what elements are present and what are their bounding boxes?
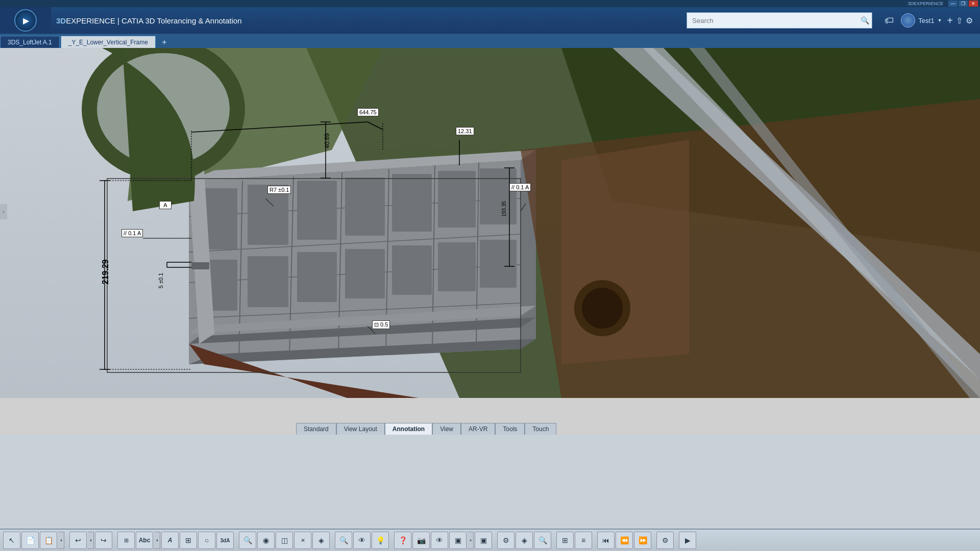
grid-button[interactable]: ⊞	[180, 532, 197, 549]
annotation-a: A	[159, 201, 172, 209]
svg-rect-32	[438, 242, 476, 291]
compass2-button[interactable]: ◈	[516, 532, 533, 549]
toolbar-tab-standard[interactable]: Standard	[296, 423, 336, 435]
view-type-button[interactable]: ⊞	[117, 532, 135, 549]
undo-dropdown[interactable]: ▾	[88, 532, 94, 549]
camera-button[interactable]: ◉	[257, 532, 275, 549]
annotation-1231: 12.31	[456, 127, 474, 135]
nav-next-button[interactable]: ⏩	[634, 532, 651, 549]
svg-point-42	[582, 288, 623, 329]
dim-193: 193.35	[501, 201, 507, 217]
annotation-r7: R7 ±0.1	[267, 186, 291, 194]
toolbar-tab-view[interactable]: View	[432, 423, 461, 435]
tabs-bar: 3DS_LoftJet A.1 _Y_E_Lower_Vertical_Fram…	[0, 34, 980, 48]
measure-button[interactable]: 🔍	[239, 532, 256, 549]
cross-button[interactable]: ✕	[294, 532, 311, 549]
select-tool-button[interactable]: ↖	[3, 532, 20, 549]
app-icon: 3DEXPERIENCE	[908, 1, 943, 6]
header-icons: 🏷	[883, 13, 896, 28]
tab-add-button[interactable]: +	[159, 37, 170, 48]
viewport: 644.75 12.31 R7 ±0.1 // 0.1 A A // 0.1 A…	[0, 48, 980, 398]
tab-loftjet[interactable]: 3DS_LoftJet A.1	[0, 36, 60, 48]
svg-rect-22	[297, 181, 337, 240]
svg-rect-30	[345, 249, 385, 298]
search-button[interactable]: 🔍	[861, 16, 869, 24]
3da-button[interactable]: 3dA	[216, 532, 234, 549]
title-prefix: 3D	[56, 16, 66, 25]
box1-button[interactable]: ▣	[449, 532, 467, 549]
cad-viewport-svg	[0, 48, 980, 398]
toolbar-main: ↖ 📄 📋 ▾ ↩ ▾ ↪ ⊞ Abc ▾ A ⊞ ○ 3dA 🔍 ◉ ◫ ✕ …	[0, 529, 980, 551]
snapshot-button[interactable]: 📷	[412, 532, 430, 549]
svg-rect-37	[191, 262, 209, 269]
bottom-toolbar: ↖ 📄 📋 ▾ ↩ ▾ ↪ ⊞ Abc ▾ A ⊞ ○ 3dA 🔍 ◉ ◫ ✕ …	[0, 435, 980, 551]
annotation-text-button[interactable]: Abc	[136, 532, 153, 549]
restore-button[interactable]: ❐	[959, 1, 968, 7]
logo-area	[0, 7, 51, 34]
user-label: Test1	[918, 17, 934, 24]
app-title: 3DEXPERIENCE | CATIA 3D Tolerancing & An…	[56, 16, 242, 25]
nav-settings-button[interactable]: ⚙	[656, 532, 674, 549]
compass-button[interactable]: ◈	[312, 532, 330, 549]
eye-button[interactable]: 👁	[353, 532, 371, 549]
light-button[interactable]: 💡	[372, 532, 389, 549]
zoom2-button[interactable]: 🔍	[534, 532, 551, 549]
svg-rect-29	[297, 252, 337, 302]
settings-icon[interactable]: ⚙	[966, 16, 973, 26]
close-button[interactable]: ✕	[969, 1, 978, 7]
tag-icon[interactable]: 🏷	[883, 13, 896, 28]
share-icon[interactable]: ⇧	[956, 16, 963, 26]
settings2-button[interactable]: ⚙	[497, 532, 514, 549]
dim-40: 40.69	[324, 133, 331, 148]
dimension-button[interactable]: A	[161, 532, 179, 549]
annotation-dropdown[interactable]: ▾	[154, 532, 160, 549]
view-front-button[interactable]: ◫	[276, 532, 293, 549]
annotation-para-right: // 0.1 A	[509, 183, 531, 191]
title-main: EXPERIENCE | CATIA 3D Tolerancing & Anno…	[66, 16, 241, 25]
header: 3DEXPERIENCE | CATIA 3D Tolerancing & An…	[0, 7, 980, 34]
visible-button[interactable]: 👁	[431, 532, 448, 549]
tab-vertical-frame[interactable]: _Y_E_Lower_Vertical_Frame	[61, 36, 156, 48]
search-input[interactable]	[687, 12, 872, 29]
nav-play-button[interactable]: ▶	[679, 532, 696, 549]
dim-219: 219.29	[101, 260, 110, 285]
undo-button[interactable]: ↩	[69, 532, 87, 549]
svg-rect-25	[438, 171, 476, 228]
svg-rect-31	[392, 245, 432, 295]
user-area[interactable]: Test1 ▼	[901, 13, 942, 28]
redo-button[interactable]: ↪	[95, 532, 112, 549]
svg-rect-28	[248, 256, 288, 307]
toolbar-tab-annotation[interactable]: Annotation	[385, 423, 432, 435]
search-container: 🔍	[687, 12, 872, 29]
toolbar-tab-tools[interactable]: Tools	[495, 423, 525, 435]
minimize-button[interactable]: —	[948, 1, 958, 7]
paste-dropdown[interactable]: ▾	[58, 532, 64, 549]
toolbar-tabs: Standard View Layout Annotation View AR-…	[296, 423, 556, 435]
nav-start-button[interactable]: ⏮	[597, 532, 615, 549]
copy-button[interactable]: 📄	[21, 532, 39, 549]
zoom-button[interactable]: 🔍	[335, 532, 352, 549]
svg-rect-33	[480, 240, 517, 288]
circle-button[interactable]: ○	[198, 532, 215, 549]
add-icon[interactable]: +	[947, 15, 953, 27]
toolbar-tab-touch[interactable]: Touch	[525, 423, 556, 435]
paste-button[interactable]: 📋	[40, 532, 57, 549]
grid2-button[interactable]: ⊞	[556, 532, 574, 549]
toolbar-tab-ar-vr[interactable]: AR-VR	[461, 423, 495, 435]
annotation-para-a: // 0.1 A	[121, 229, 143, 237]
toolbar-tab-view-layout[interactable]: View Layout	[336, 423, 385, 435]
left-panel-toggle[interactable]: ›	[0, 204, 7, 219]
help-button[interactable]: ❓	[394, 532, 411, 549]
nav-prev-button[interactable]: ⏪	[616, 532, 633, 549]
user-dropdown-icon: ▼	[937, 18, 942, 23]
list-button[interactable]: ≡	[575, 532, 592, 549]
logo-compass	[14, 9, 37, 32]
box2-button[interactable]: ▣	[475, 532, 492, 549]
annotation-flat: ⊡ 0.5	[372, 320, 390, 329]
header-right-icons: + ⇧ ⚙	[947, 15, 973, 27]
svg-marker-40	[561, 140, 689, 364]
box1-dropdown[interactable]: ▾	[468, 532, 474, 549]
annotation-644: 644.75	[357, 108, 379, 116]
svg-rect-26	[480, 168, 517, 224]
svg-rect-24	[392, 174, 432, 232]
